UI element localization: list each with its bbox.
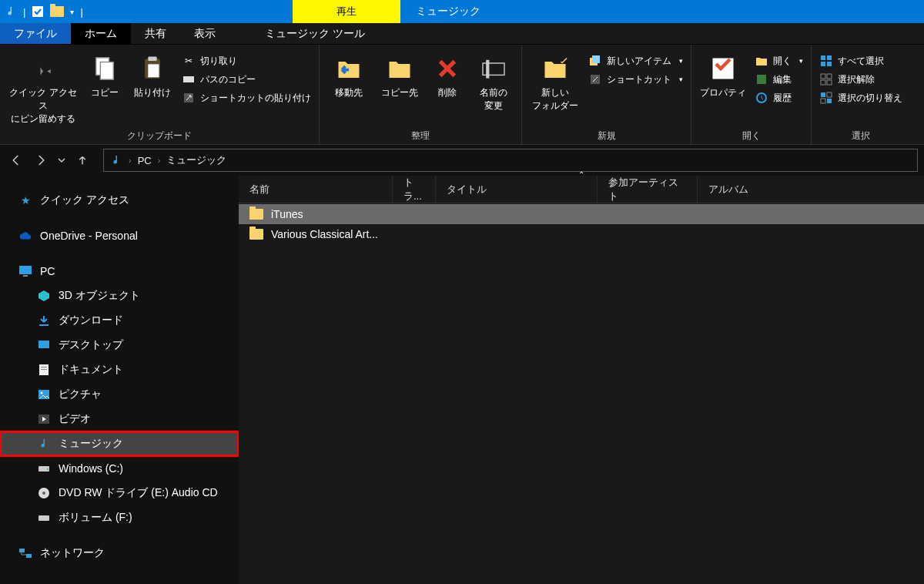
open-button[interactable]: 開く▾ (755, 54, 803, 68)
invert-label: 選択の切り替え (838, 92, 902, 105)
picture-icon (37, 388, 51, 401)
new-shortcut-button[interactable]: ショートカット▾ (588, 72, 683, 86)
pc-icon (18, 264, 32, 278)
sidebar-item-music[interactable]: ミュージック (0, 431, 239, 456)
up-button[interactable] (72, 150, 92, 170)
folder-icon (249, 209, 263, 220)
sidebar-item-pictures[interactable]: ピクチャ (0, 382, 239, 407)
back-button[interactable] (6, 150, 26, 170)
column-headers: 名前 トラ... タイトル 参加アーティスト アルバム (239, 176, 924, 203)
sidebar-item-3d-objects[interactable]: 3D オブジェクト (0, 284, 239, 308)
copy-path-button[interactable]: パスのコピー (182, 72, 311, 86)
music-icon (5, 5, 17, 18)
copy-label: コピー (91, 86, 119, 99)
new-folder-button[interactable]: 新しい フォルダー (530, 49, 581, 112)
select-all-icon (819, 54, 833, 68)
sidebar-item-quick-access[interactable]: ★ クイック アクセス (0, 188, 239, 213)
contextual-tool-tab[interactable]: 再生 (293, 0, 400, 23)
select-all-button[interactable]: すべて選択 (819, 54, 902, 68)
breadcrumb-pc[interactable]: PC (138, 155, 152, 166)
sidebar-label: ドキュメント (59, 363, 123, 377)
desktop-icon (37, 338, 51, 352)
chevron-right-icon[interactable]: › (158, 156, 161, 165)
tab-file[interactable]: ファイル (0, 23, 71, 44)
open-small-buttons: 開く▾ 編集 履歴 (755, 49, 803, 105)
svg-rect-20 (821, 74, 825, 79)
edit-button[interactable]: 編集 (755, 72, 803, 86)
pin-to-quick-access-button[interactable]: クイック アクセス にピン留めする (8, 49, 79, 126)
column-header-album[interactable]: アルバム (698, 176, 924, 203)
tab-music-tools[interactable]: ミュージック ツール (251, 23, 379, 44)
checkbox-icon[interactable] (32, 5, 44, 18)
copy-button[interactable]: コピー (86, 49, 123, 99)
navigation-pane[interactable]: ★ クイック アクセス OneDrive - Personal PC 3D オブ… (0, 176, 239, 584)
properties-button[interactable]: プロパティ (699, 49, 747, 99)
table-row[interactable]: iTunes (239, 204, 924, 224)
main-area: ★ クイック アクセス OneDrive - Personal PC 3D オブ… (0, 176, 924, 584)
tab-share[interactable]: 共有 (131, 23, 180, 44)
cube-icon (37, 289, 51, 303)
sidebar-label: ボリューム (F:) (59, 511, 132, 525)
sidebar-label: OneDrive - Personal (40, 230, 138, 242)
sidebar-item-drive-f[interactable]: ボリューム (F:) (0, 505, 239, 530)
copy-to-button[interactable]: コピー先 (378, 49, 421, 99)
breadcrumb-music[interactable]: ミュージック (166, 153, 226, 167)
sort-caret-icon: ⌃ (578, 170, 584, 179)
new-small-buttons: 新しいアイテム▾ ショートカット▾ (588, 49, 683, 86)
new-item-button[interactable]: 新しいアイテム▾ (588, 54, 683, 68)
sidebar-label: クイック アクセス (40, 193, 129, 207)
drive-icon (37, 511, 51, 525)
move-to-button[interactable]: 移動先 (327, 49, 370, 99)
sidebar-label: ミュージック (59, 437, 123, 451)
svg-rect-19 (827, 62, 832, 66)
file-rows[interactable]: iTunes Various Classical Art... (239, 203, 924, 584)
sidebar-item-documents[interactable]: ドキュメント (0, 357, 239, 382)
dropdown-icon[interactable]: ▾ (70, 8, 74, 16)
svg-point-35 (41, 392, 43, 394)
sidebar-item-videos[interactable]: ビデオ (0, 407, 239, 431)
sidebar-item-network[interactable]: ネットワーク (0, 541, 239, 566)
rename-button[interactable]: 名前の 変更 (474, 49, 514, 112)
move-to-icon (334, 54, 363, 83)
tab-home[interactable]: ホーム (71, 23, 131, 44)
invert-selection-button[interactable]: 選択の切り替え (819, 91, 902, 105)
cut-label: 切り取り (200, 55, 237, 68)
delete-button[interactable]: 削除 (429, 49, 466, 99)
scissors-icon: ✂ (182, 54, 196, 68)
column-header-artist[interactable]: 参加アーティスト (598, 176, 698, 203)
svg-rect-21 (827, 74, 832, 79)
recent-locations-button[interactable] (55, 150, 68, 170)
sidebar-item-desktop[interactable]: デスクトップ (0, 333, 239, 357)
sidebar-item-onedrive[interactable]: OneDrive - Personal (0, 223, 239, 248)
sidebar-label: デスクトップ (59, 338, 123, 352)
paste-label: 貼り付け (134, 86, 171, 99)
table-row[interactable]: Various Classical Art... (239, 224, 924, 244)
new-folder-label: 新しい フォルダー (532, 86, 578, 112)
sidebar-item-drive-e[interactable]: DVD RW ドライブ (E:) Audio CD (0, 481, 239, 505)
svg-rect-16 (821, 55, 825, 60)
svg-rect-0 (32, 6, 43, 17)
svg-rect-11 (592, 55, 600, 63)
music-icon (37, 437, 51, 451)
tab-view[interactable]: 表示 (180, 23, 229, 44)
forward-button[interactable] (31, 150, 51, 170)
column-header-title[interactable]: タイトル (436, 176, 598, 203)
chevron-right-icon[interactable]: › (129, 156, 132, 165)
sidebar-item-pc[interactable]: PC (0, 259, 239, 284)
select-none-button[interactable]: 選択解除 (819, 72, 902, 86)
column-header-track[interactable]: トラ... (393, 176, 436, 203)
history-button[interactable]: 履歴 (755, 91, 803, 105)
invert-icon (819, 91, 833, 105)
paste-shortcut-button[interactable]: ショートカットの貼り付け (182, 91, 311, 105)
sidebar-item-drive-c[interactable]: Windows (C:) (0, 456, 239, 481)
cut-button[interactable]: ✂切り取り (182, 54, 311, 68)
svg-rect-23 (827, 80, 832, 85)
col-label: アルバム (708, 183, 748, 196)
delete-label: 削除 (438, 86, 457, 99)
history-label: 履歴 (773, 92, 792, 105)
column-header-name[interactable]: 名前 (239, 176, 393, 203)
folder-icon[interactable] (50, 6, 64, 17)
sidebar-item-downloads[interactable]: ダウンロード (0, 308, 239, 333)
group-open: プロパティ 開く▾ 編集 履歴 開く (691, 45, 812, 144)
paste-button[interactable]: 貼り付け (131, 49, 174, 99)
